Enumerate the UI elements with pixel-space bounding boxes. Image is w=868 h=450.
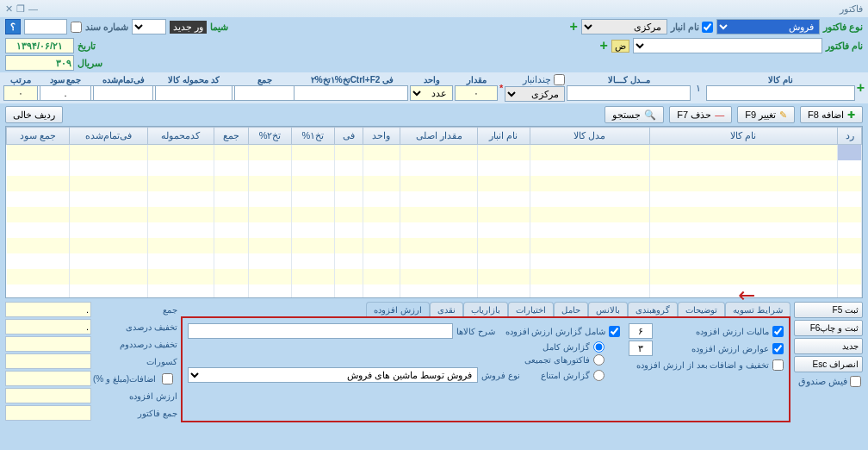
edit-button[interactable]: ✎تغییر F9	[737, 106, 795, 123]
discount-pct2-input[interactable]	[5, 336, 91, 352]
grid-header-10[interactable]: کدمحموله	[147, 128, 214, 145]
fee-input[interactable]	[284, 85, 408, 101]
tab-0[interactable]: شرایط تسویه	[725, 302, 790, 317]
cancel-button[interactable]: انصراف Esc	[794, 356, 863, 372]
table-row[interactable]	[7, 145, 862, 160]
serial-input[interactable]	[5, 55, 74, 71]
shima-select[interactable]	[132, 19, 166, 34]
date-input[interactable]	[5, 38, 74, 53]
discount-pct2-label: تخفیف درصددوم	[93, 340, 177, 349]
table-row[interactable]	[7, 160, 862, 176]
grid-header-1[interactable]: نام کالا	[649, 128, 837, 145]
table-row[interactable]	[7, 176, 862, 191]
unit-label: واحد	[410, 75, 453, 84]
doc-no-input[interactable]	[24, 19, 67, 34]
full-report-radio[interactable]	[593, 341, 604, 353]
table-row[interactable]	[7, 207, 862, 222]
tab-6[interactable]: بازاریاب	[463, 302, 508, 317]
tab-8[interactable]: ارزش افزوده	[366, 302, 430, 317]
include-report-check[interactable]	[609, 326, 620, 337]
grid-header-3[interactable]: نام انبار	[478, 128, 530, 145]
vat-tax-input[interactable]	[629, 323, 653, 339]
vat-after-discount-label: تخفیف و اضافات بعد از ارزش افزوده	[636, 360, 769, 370]
tab-1[interactable]: توضیحات	[678, 302, 725, 317]
warehouse-select[interactable]: مرکزی	[581, 19, 667, 34]
table-row[interactable]	[7, 284, 862, 299]
grid-header-9[interactable]: جمع	[214, 128, 249, 145]
tab-5[interactable]: اختیارات	[508, 302, 554, 317]
vat-tax-check[interactable]	[772, 326, 784, 337]
save-button[interactable]: ثبت F5	[794, 302, 863, 318]
deductions-input[interactable]	[5, 353, 91, 369]
delete-button[interactable]: —حذف F7	[669, 106, 732, 123]
doc-no-check[interactable]	[71, 22, 82, 33]
discount-pct-label: تخفیف درصدی	[93, 322, 177, 332]
table-row[interactable]	[7, 269, 862, 284]
cash-receipt-check[interactable]	[850, 376, 861, 387]
warehouse-add-icon[interactable]: +	[570, 19, 578, 34]
tab-7[interactable]: نقدی	[430, 302, 463, 317]
items-grid[interactable]: ردنام کالامدل کالانام انبارمقدار اصلیواح…	[5, 126, 863, 298]
additions-input[interactable]	[5, 371, 91, 386]
invoice-type-select[interactable]: فروش	[716, 19, 820, 34]
close-button[interactable]: ✕	[5, 3, 13, 15]
invoice-total-input[interactable]	[5, 405, 91, 421]
add-button[interactable]: ✚اضافه F8	[800, 106, 863, 123]
grid-header-6[interactable]: فی	[334, 128, 363, 145]
item-add-icon[interactable]: +	[857, 80, 865, 96]
warehouse-name-check[interactable]	[702, 22, 713, 33]
grid-header-5[interactable]: واحد	[363, 128, 400, 145]
package-code-input[interactable]	[155, 85, 232, 101]
table-row[interactable]	[7, 222, 862, 238]
tab-4[interactable]: حامل	[554, 302, 588, 317]
table-row[interactable]	[7, 191, 862, 207]
sort-label: مرتب	[3, 75, 38, 84]
row-wh-select[interactable]: مرکزی	[505, 86, 565, 102]
item-model-input[interactable]	[567, 85, 691, 101]
invoice-name-add-icon[interactable]: +	[600, 38, 608, 53]
tab-2[interactable]: گروهبندی	[628, 302, 678, 317]
sum-total-input[interactable]	[5, 302, 91, 317]
qty-input[interactable]	[455, 85, 498, 101]
warehouse-name-label: نام انبار	[671, 22, 699, 33]
vat-duty-check[interactable]	[772, 343, 784, 354]
tab-3[interactable]: بالانس	[588, 302, 628, 317]
wh-help-icon[interactable]: *	[499, 83, 503, 93]
sale-type-select[interactable]: فروش توسط ماشین های فروش	[188, 367, 478, 383]
sum-input[interactable]	[234, 85, 294, 101]
minimize-button[interactable]: —	[28, 3, 38, 15]
grid-header-0[interactable]: رد	[838, 128, 862, 145]
discount-pct-input[interactable]	[5, 319, 91, 334]
vat-amount-input[interactable]	[5, 388, 91, 403]
vat-tab-panel: مالیات ارزش افزوده عوارض ارزش افزوده تخف…	[181, 316, 790, 422]
save-print-button[interactable]: ثبت و چاپF6	[794, 320, 863, 336]
table-row[interactable]	[7, 238, 862, 253]
vat-amount-label: ارزش افزوده	[93, 391, 177, 401]
refuse-report-radio[interactable]	[593, 370, 604, 381]
grid-header-12[interactable]: جمع سود	[7, 128, 70, 145]
grid-header-7[interactable]: تخ۱%	[292, 128, 335, 145]
profit-sum-input[interactable]	[40, 85, 91, 101]
vat-after-discount-check[interactable]	[772, 359, 784, 371]
additions-label: اضافات(مبلغ و %)	[93, 374, 156, 384]
agg-invoices-radio[interactable]	[593, 354, 604, 366]
invoice-name-select[interactable]	[633, 38, 822, 53]
restore-button[interactable]: ❐	[16, 3, 25, 15]
item-name-input[interactable]	[706, 85, 854, 101]
grid-header-4[interactable]: مقدار اصلی	[400, 128, 477, 145]
vat-duty-input[interactable]	[629, 341, 653, 356]
search-button[interactable]: 🔍جستجو	[604, 106, 664, 123]
empty-row-button[interactable]: ردیف خالی	[5, 106, 63, 123]
help-icon[interactable]: ؟	[5, 19, 21, 34]
fee-done-input[interactable]	[93, 85, 153, 101]
unit-select[interactable]: عدد	[410, 85, 453, 101]
grid-header-11[interactable]: فی‌تمام‌شده	[70, 128, 147, 145]
items-desc-input[interactable]	[188, 323, 453, 339]
additions-check[interactable]	[158, 373, 177, 384]
new-button[interactable]: جدید	[794, 338, 863, 354]
sort-input[interactable]	[3, 85, 38, 101]
multi-wh-check[interactable]	[554, 74, 565, 85]
grid-header-8[interactable]: تخ۲%	[249, 128, 292, 145]
grid-header-2[interactable]: مدل کالا	[530, 128, 649, 145]
table-row[interactable]	[7, 253, 862, 269]
